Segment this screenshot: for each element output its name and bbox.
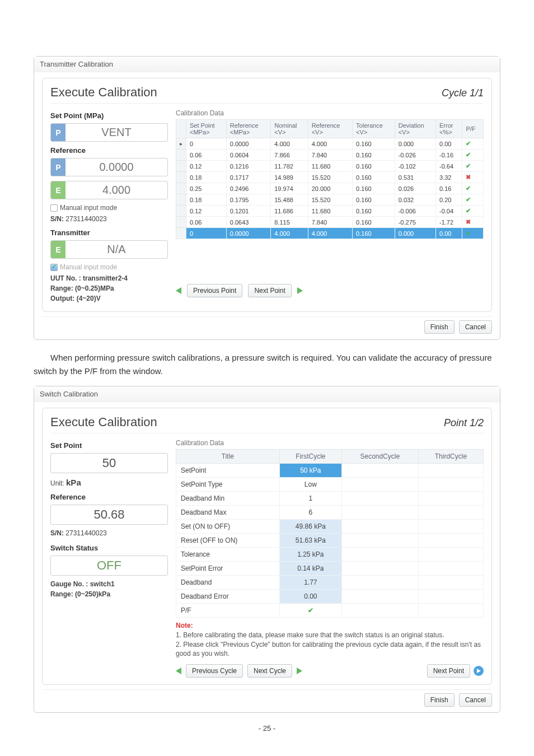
row-title-cell: Deadband Min [176, 492, 280, 506]
empty-cell [341, 534, 418, 548]
table-cell: 0.000 [395, 228, 435, 239]
reference-p-display: P 0.0000 [50, 158, 168, 176]
table-row[interactable]: 0.180.179515.48815.5200.1600.0320.20✔ [176, 194, 484, 206]
table-row[interactable]: 0.250.249619.97420.0000.1600.0260.16✔ [176, 183, 484, 194]
table-cell: 19.974 [271, 183, 308, 194]
table-cell: 0.160 [353, 217, 395, 228]
row-value-cell: Low [279, 478, 341, 492]
next-point-button[interactable]: Next Point [248, 284, 291, 297]
switch-status-display: OFF [50, 556, 168, 576]
table-cell: 0.000 [395, 138, 435, 150]
col-title[interactable]: Title [176, 450, 280, 464]
row-header-cell [176, 206, 186, 217]
table-row[interactable]: 0.120.120111.68611.6800.160-0.006-0.04✔ [176, 206, 484, 217]
next-point-orb-icon[interactable] [474, 666, 484, 676]
table-cell: 0.026 [395, 183, 435, 194]
finish-button-2[interactable]: Finish [424, 693, 455, 707]
table-row[interactable]: 00.00004.0004.0000.1600.0000.00✔ [176, 228, 484, 239]
table-cell: 0.160 [353, 183, 395, 194]
arrow-right-icon [297, 287, 303, 294]
row-header-cell [176, 228, 186, 239]
table-cell: 4.000 [271, 138, 308, 150]
table-row[interactable]: Deadband Min1 [176, 492, 484, 506]
table-row[interactable]: 0.060.06047.8667.8400.160-0.026-0.16✔ [176, 150, 484, 161]
row-title-cell: Reset (OFF to ON) [176, 534, 280, 548]
table-row[interactable]: SetPoint50 kPa [176, 464, 484, 478]
table-cell: -0.64 [436, 161, 462, 172]
col-nominal[interactable]: Nominal<V> [271, 120, 308, 138]
table-cell: -0.16 [436, 150, 462, 161]
pass-icon: ✔ [462, 206, 484, 217]
previous-point-button[interactable]: Previous Point [187, 284, 242, 297]
empty-cell [341, 562, 418, 576]
manual-input-checkbox[interactable] [50, 204, 58, 212]
table-cell: 20.000 [308, 183, 352, 194]
next-cycle-button[interactable]: Next Cycle [247, 664, 292, 678]
table-cell: 8.115 [271, 217, 308, 228]
table-row[interactable]: SetPoint Error0.14 kPa [176, 562, 484, 576]
setpoint-heading-2: Set Point [50, 441, 168, 450]
row-value-cell: 51.63 kPa [279, 534, 341, 548]
table-cell: 0.12 [186, 161, 227, 172]
col-error[interactable]: Error<%> [436, 120, 462, 138]
row-header-cell [176, 150, 186, 161]
table-row[interactable]: Reset (OFF to ON)51.63 kPa [176, 534, 484, 548]
e-badge-icon: E [51, 241, 65, 258]
col-pf[interactable]: P/F [462, 120, 484, 138]
pass-icon: ✔ [462, 150, 484, 161]
col-secondcycle[interactable]: SecondCycle [341, 450, 418, 464]
next-point-button-2[interactable]: Next Point [427, 664, 470, 678]
table-cell: 4.000 [308, 228, 352, 239]
table-cell: 0.1201 [226, 206, 270, 217]
table-cell: 11.782 [271, 161, 308, 172]
row-title-cell: Deadband Max [176, 506, 280, 520]
range-label: Range: (0~0.25)MPa [50, 284, 114, 292]
table-row[interactable]: 0.180.171714.98915.5200.1600.5313.32✖ [176, 172, 484, 183]
empty-cell [341, 464, 418, 478]
col-firstcycle[interactable]: FirstCycle [279, 450, 341, 464]
p-badge-icon: P [51, 158, 65, 176]
table-row[interactable]: 00.00004.0004.0000.1600.0000.00✔ [176, 138, 484, 150]
table-row[interactable]: 0.120.121611.78211.6800.160-0.102-0.64✔ [176, 161, 484, 172]
previous-cycle-button[interactable]: Previous Cycle [186, 664, 243, 678]
col-reference-mpa[interactable]: Reference<MPa> [226, 120, 270, 138]
execute-calibration-title-2: Execute Calibration [50, 415, 157, 430]
row-value-cell: 0.00 [279, 590, 341, 604]
table-row[interactable]: Tolerance1.25 kPa [176, 548, 484, 562]
calibration-data-table: Set Point<MPa> Reference<MPa> Nominal<V>… [176, 119, 484, 239]
table-row[interactable]: SetPoint TypeLow [176, 478, 484, 492]
table-row[interactable]: P/F✔ [176, 604, 484, 618]
col-setpoint[interactable]: Set Point<MPa> [186, 120, 227, 138]
table-row[interactable]: Deadband Max6 [176, 506, 484, 520]
empty-cell [341, 506, 418, 520]
empty-cell [341, 590, 418, 604]
unit-value: kPa [66, 478, 81, 487]
table-row[interactable]: Deadband1.77 [176, 576, 484, 590]
pass-icon: ✔ [279, 604, 341, 618]
range-label-2: Range: (0~250)kPa [50, 590, 110, 598]
col-thirdcycle[interactable]: ThirdCycle [418, 450, 483, 464]
table-row[interactable]: Set (ON to OFF)49.86 kPa [176, 520, 484, 534]
table-cell: 0.160 [353, 228, 395, 239]
empty-cell [341, 576, 418, 590]
row-value-cell: 1.25 kPa [279, 548, 341, 562]
e-badge-icon: E [51, 181, 65, 199]
col-reference-v[interactable]: Reference<V> [308, 120, 352, 138]
row-header-cell [176, 217, 186, 228]
col-tolerance[interactable]: Tolerance<V> [353, 120, 395, 138]
finish-button[interactable]: Finish [424, 320, 455, 334]
manual-input-checkbox-2[interactable] [50, 264, 58, 271]
table-row[interactable]: Deadband Error0.00 [176, 590, 484, 604]
col-deviation[interactable]: Deviation<V> [395, 120, 435, 138]
arrow-left-icon [176, 287, 181, 294]
pass-icon: ✔ [462, 183, 484, 194]
empty-cell [418, 492, 483, 506]
table-row[interactable]: 0.060.06438.1157.8400.160-0.275-1.72✖ [176, 217, 484, 228]
setpoint-display-2: 50 [50, 453, 168, 473]
row-title-cell: Deadband [176, 576, 280, 590]
table-cell: 0.032 [395, 194, 435, 206]
table-cell: 0.160 [353, 172, 395, 183]
cancel-button-2[interactable]: Cancel [459, 693, 492, 707]
arrow-right-icon [297, 668, 302, 674]
cancel-button[interactable]: Cancel [459, 320, 492, 334]
